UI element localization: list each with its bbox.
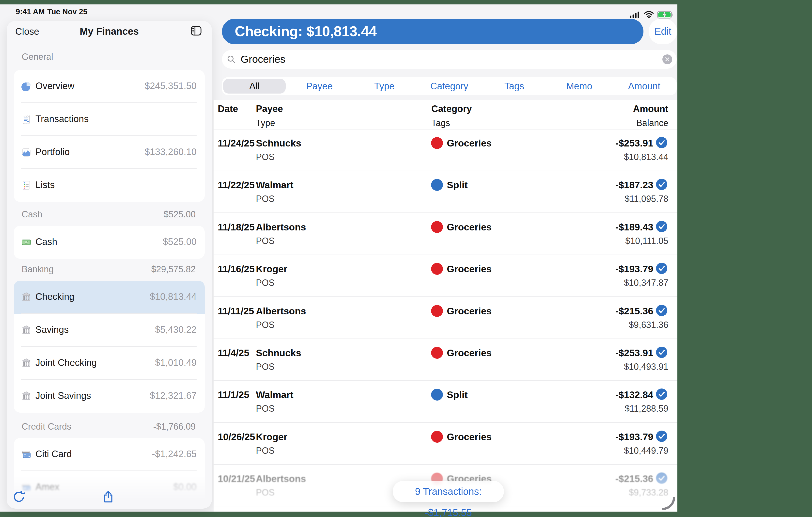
transaction-date: 11/18/25 [218, 222, 255, 233]
column-header-type: Type [256, 118, 275, 128]
transaction-amount: -$215.36 [615, 473, 653, 484]
sidebar-item-joint-savings[interactable]: Joint Savings$12,321.67 [14, 380, 205, 413]
check-circle-icon[interactable] [656, 304, 668, 316]
sidebar-item-value: $133,260.10 [145, 147, 197, 157]
credit-card-icon [21, 449, 32, 460]
search-bar [222, 50, 677, 69]
battery-charging-icon [657, 11, 674, 20]
transaction-date: 11/1/25 [218, 389, 249, 400]
sidebar-item-value: $1,010.49 [155, 357, 197, 368]
transaction-row[interactable]: 11/1/25WalmartSplit-$132.84POS$11,288.59 [213, 381, 677, 423]
transaction-date: 11/22/25 [218, 180, 255, 191]
sidebar-item-cash[interactable]: Cash$525.00 [14, 226, 205, 259]
transaction-row[interactable]: 11/24/25SchnucksGroceries-$253.91POS$10,… [213, 129, 677, 171]
clear-icon[interactable] [662, 54, 673, 65]
transaction-type: POS [256, 404, 274, 414]
transaction-type: POS [256, 362, 274, 372]
sidebar-item-label: Checking [35, 292, 74, 302]
check-circle-icon[interactable] [656, 472, 668, 484]
transaction-category: Groceries [447, 306, 492, 317]
transaction-balance: $11,095.78 [625, 194, 668, 204]
transaction-balance: $9,733.28 [629, 487, 668, 498]
sidebar-item-joint-checking[interactable]: Joint Checking$1,010.49 [14, 347, 205, 380]
sidebar-section-total: -$1,766.09 [153, 421, 196, 432]
check-circle-icon[interactable] [656, 263, 668, 274]
check-circle-icon[interactable] [656, 346, 668, 358]
column-header-amount: Amount [633, 104, 668, 114]
share-icon[interactable] [102, 490, 115, 504]
sidebar-item-label: Transactions [35, 114, 89, 124]
sidebar-item-label: Amex [35, 482, 59, 492]
transaction-category: Groceries [447, 264, 492, 274]
category-dot [431, 263, 443, 275]
sidebar-item-value: $10,813.44 [150, 292, 197, 302]
pie-chart-icon [21, 81, 32, 92]
transaction-payee: Walmart [256, 180, 293, 191]
filter-tab-category[interactable]: Category [417, 77, 482, 95]
sidebar-item-overview[interactable]: Overview$245,351.50 [14, 70, 205, 103]
sidebar-item-portfolio[interactable]: Portfolio$133,260.10 [14, 136, 205, 169]
cellular-signal-icon [630, 11, 641, 20]
bank-icon [21, 391, 32, 402]
filter-tab-all[interactable]: All [222, 77, 287, 95]
transaction-category: Groceries [447, 432, 492, 442]
check-circle-icon[interactable] [656, 430, 668, 442]
edit-button[interactable]: Edit [648, 19, 677, 44]
transaction-row[interactable]: 11/18/25AlbertsonsGroceries-$189.43POS$1… [213, 213, 677, 255]
sidebar-item-label: Portfolio [35, 147, 70, 157]
transaction-type: POS [256, 236, 274, 246]
sidebar-section-total: $29,575.82 [151, 264, 196, 274]
column-header-category: Category [431, 104, 472, 114]
check-circle-icon[interactable] [656, 137, 668, 148]
status-icons [630, 11, 674, 20]
filter-tab-type[interactable]: Type [352, 77, 417, 95]
sidebar-card-general: Overview$245,351.50TransactionsPortfolio… [14, 70, 205, 202]
transaction-row[interactable]: 11/4/25SchnucksGroceries-$253.91POS$10,4… [213, 339, 677, 381]
transaction-type: POS [256, 152, 274, 162]
sidebar-item-citi-card[interactable]: Citi Card-$1,242.65 [14, 438, 205, 471]
sidebar-item-transactions[interactable]: Transactions [14, 103, 205, 136]
sidebar-item-savings[interactable]: Savings$5,430.22 [14, 314, 205, 347]
column-header-date: Date [218, 104, 238, 114]
transaction-row[interactable]: 11/11/25AlbertsonsGroceries-$215.36POS$9… [213, 297, 677, 339]
sidebar-item-value: $525.00 [163, 237, 197, 247]
sidebar-toggle-icon[interactable] [189, 24, 203, 38]
transaction-type: POS [256, 278, 274, 288]
column-header-tags: Tags [431, 118, 450, 128]
filter-tab-payee[interactable]: Payee [287, 77, 352, 95]
transaction-date: 10/26/25 [218, 432, 255, 442]
check-circle-icon[interactable] [656, 179, 668, 190]
transaction-balance: $11,288.59 [625, 404, 668, 414]
search-input[interactable] [241, 50, 625, 69]
transaction-amount: -$193.79 [615, 432, 653, 442]
transaction-amount: -$193.79 [615, 264, 653, 274]
sidebar-item-checking[interactable]: Checking$10,813.44 [14, 281, 205, 314]
finance-app-window: 9:41 AM Tue Nov 25 [0, 4, 677, 512]
transaction-type: POS [256, 194, 274, 204]
transaction-balance: $10,493.91 [624, 362, 668, 372]
transaction-category: Groceries [447, 348, 492, 358]
search-icon [226, 54, 236, 64]
account-header-pill[interactable]: Checking: $10,813.44 [222, 19, 643, 44]
transaction-row[interactable]: 11/22/25WalmartSplit-$187.23POS$11,095.7… [213, 171, 677, 213]
filter-tab-tags[interactable]: Tags [482, 77, 547, 95]
transaction-row[interactable]: 11/16/25KrogerGroceries-$193.79POS$10,34… [213, 255, 677, 297]
filter-tab-memo[interactable]: Memo [547, 77, 612, 95]
bank-icon [21, 358, 32, 369]
transaction-category: Groceries [447, 222, 492, 233]
filter-tab-label: Category [430, 81, 468, 91]
transaction-row[interactable]: 10/26/25KrogerGroceries-$193.79POS$10,44… [213, 423, 677, 465]
sidebar-panel: Close My Finances GeneralOverview$245,35… [7, 21, 212, 509]
check-circle-icon[interactable] [656, 221, 668, 233]
refresh-icon[interactable] [12, 490, 26, 504]
sidebar-item-lists[interactable]: Lists [14, 169, 205, 202]
category-dot [431, 305, 443, 317]
bank-icon [21, 325, 32, 335]
filter-tab-amount[interactable]: Amount [612, 77, 677, 95]
wifi-icon [644, 11, 654, 20]
transaction-payee: Kroger [256, 264, 287, 274]
sidebar-item-value: $5,430.22 [155, 325, 197, 335]
check-circle-icon[interactable] [656, 388, 668, 400]
category-dot [431, 221, 443, 233]
summary-pill[interactable]: 9 Transactions: -$1,715.55 [393, 481, 504, 502]
